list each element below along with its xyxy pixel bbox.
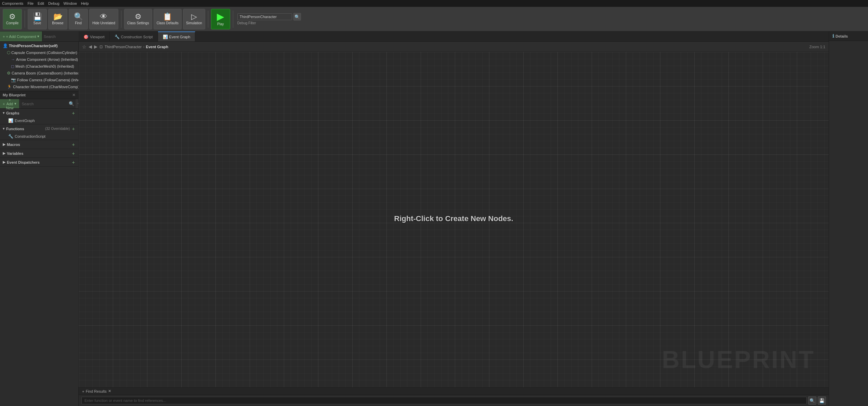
bp-section-variables: ▶ Variables + <box>0 149 78 158</box>
menu-debug[interactable]: Debug <box>48 1 59 5</box>
construction-script-label: ConstructionScript <box>15 134 45 138</box>
bp-section-graphs-header[interactable]: ▾ Graphs + <box>0 109 78 117</box>
add-component-label: + Add Component <box>6 35 36 39</box>
functions-add-button[interactable]: + <box>71 126 76 131</box>
tree-item-4-label: Follow Camera (FollowCamera) (Inherited) <box>17 78 78 82</box>
breadcrumb-separator: › <box>143 44 144 49</box>
play-button[interactable]: ▶ Play <box>211 9 230 29</box>
menu-edit[interactable]: Edit <box>38 1 44 5</box>
breadcrumb-current: Event Graph <box>146 45 168 49</box>
graph-canvas[interactable]: Right-Click to Create New Nodes. BLUEPRI… <box>79 52 829 387</box>
debug-filter-select[interactable]: ThirdPersonCharacter <box>237 13 292 20</box>
tree-item-0-label: Capsule Component (CollisionCylinder) (I… <box>11 51 78 55</box>
bp-section-event-dispatchers: ▶ Event Dispatchers + <box>0 158 78 167</box>
compile-button[interactable]: ⚙ Compile <box>3 9 22 29</box>
blueprint-search-input[interactable] <box>22 102 69 106</box>
macros-add-button[interactable]: + <box>71 142 76 147</box>
right-panel: ℹ Details <box>829 31 868 406</box>
tab-viewport[interactable]: 🎯 Viewport <box>79 31 110 41</box>
hide-unrelated-icon: 👁 <box>100 13 107 21</box>
find-results-dot: ● <box>82 389 84 393</box>
add-new-label: + Add New <box>6 98 13 110</box>
menu-file[interactable]: File <box>27 1 34 5</box>
tree-item-4[interactable]: 📷 Follow Camera (FollowCamera) (Inherite… <box>0 77 78 83</box>
play-label: Play <box>217 22 224 26</box>
browse-button[interactable]: 📂 Browse <box>48 9 67 29</box>
viewport-tab-icon: 🎯 <box>83 35 89 39</box>
toolbar-separator-4 <box>233 11 233 28</box>
add-new-chevron-icon: ▾ <box>14 102 16 106</box>
blueprint-toolbar: + + Add New ▾ 🔍 👁 ▾ <box>0 99 78 109</box>
debug-filter-area: ThirdPersonCharacter 🔍 Debug Filter <box>237 13 301 25</box>
my-blueprint-close-button[interactable]: ✕ <box>72 93 76 97</box>
add-component-chevron-icon: ▾ <box>37 34 39 39</box>
class-settings-button[interactable]: ⚙ Class Settings <box>124 9 152 29</box>
find-results-save-button[interactable]: 💾 <box>818 396 826 405</box>
graphs-add-button[interactable]: + <box>71 110 76 116</box>
add-new-plus-icon: + <box>3 102 5 106</box>
details-title: Details <box>836 34 848 38</box>
breadcrumb-blueprint[interactable]: ThirdPersonCharacter <box>105 45 142 49</box>
toolbar-separator-1 <box>25 11 25 28</box>
menu-help[interactable]: Help <box>81 1 89 5</box>
variables-add-button[interactable]: + <box>71 151 76 156</box>
class-settings-icon: ⚙ <box>135 13 142 21</box>
find-results-close-icon[interactable]: ✕ <box>108 389 111 393</box>
breadcrumb-forward-button[interactable]: ▶ <box>94 44 97 49</box>
add-component-button[interactable]: + + Add Component ▾ <box>0 31 42 41</box>
debug-filter-search-button[interactable]: 🔍 <box>293 13 301 21</box>
class-defaults-button[interactable]: 📋 Class Defaults <box>154 9 182 29</box>
breadcrumb-icon: ◻ <box>100 44 103 49</box>
event-graph-label: EventGraph <box>15 119 35 123</box>
compile-icon: ⚙ <box>9 13 16 21</box>
bp-item-construction-script[interactable]: 🔧 ConstructionScript <box>0 133 78 140</box>
macros-title: Macros <box>7 143 70 147</box>
find-results-search-button[interactable]: 🔍 <box>808 396 816 405</box>
breadcrumb-back-button[interactable]: ◀ <box>89 44 92 49</box>
save-button[interactable]: 💾 Save <box>28 9 47 29</box>
add-new-button[interactable]: + + Add New ▾ <box>0 99 19 108</box>
event-graph-tab-icon: 📊 <box>163 35 168 39</box>
find-results-input[interactable] <box>81 397 807 404</box>
components-section: + + Add Component ▾ 🔍 👤 ThirdPersonChara… <box>0 31 78 91</box>
bp-section-macros-header[interactable]: ▶ Macros + <box>0 140 78 149</box>
tab-event-graph[interactable]: 📊 Event Graph <box>158 31 196 41</box>
event-dispatchers-add-button[interactable]: + <box>71 160 76 165</box>
bp-section-event-dispatchers-header[interactable]: ▶ Event Dispatchers + <box>0 158 78 166</box>
tree-item-2[interactable]: ◻ Mesh (CharacterMesh0) (Inherited) <box>0 63 78 70</box>
bp-section-functions-header[interactable]: ▾ Functions (32 Overridable) + <box>0 124 78 133</box>
tree-item-root[interactable]: 👤 ThirdPersonCharacter(self) <box>0 42 78 49</box>
tab-bar: 🎯 Viewport 🔧 Construction Script 📊 Event… <box>79 31 829 42</box>
browse-icon: 📂 <box>53 13 63 21</box>
debug-filter-label: Debug Filter <box>237 21 256 25</box>
my-blueprint-section: My Blueprint ✕ + + Add New ▾ 🔍 👁 ▾ <box>0 91 78 406</box>
tree-item-1[interactable]: → Arrow Component (Arrow) (Inherited) <box>0 56 78 63</box>
menu-window[interactable]: Window <box>64 1 77 5</box>
tree-item-1-label: Arrow Component (Arrow) (Inherited) <box>16 57 78 62</box>
blueprint-search-icon[interactable]: 🔍 <box>69 101 74 106</box>
blueprint-watermark: BLUEPRINT <box>662 346 815 374</box>
graphs-title: Graphs <box>6 111 70 115</box>
simulation-button[interactable]: ▷ Simulation <box>183 9 205 29</box>
simulation-icon: ▷ <box>191 13 197 21</box>
tree-item-5[interactable]: 🏃 Character Movement (CharMoveComp) (Inh… <box>0 83 78 90</box>
viewport-tab-label: Viewport <box>90 35 105 39</box>
find-button[interactable]: 🔍 Find <box>69 9 88 29</box>
find-results-bar: ● Find Results ✕ 🔍 💾 <box>79 387 829 406</box>
hide-unrelated-label: Hide Unrelated <box>92 21 115 25</box>
find-results-tab[interactable]: ● Find Results ✕ <box>79 388 829 395</box>
graph-hint: Right-Click to Create New Nodes. <box>394 214 513 223</box>
blueprint-eye-button[interactable]: 👁 <box>76 101 78 106</box>
tree-item-0[interactable]: ⬡ Capsule Component (CollisionCylinder) … <box>0 49 78 56</box>
hide-unrelated-button[interactable]: 👁 Hide Unrelated <box>89 9 118 29</box>
functions-title: Functions <box>6 127 44 131</box>
components-toolbar: + + Add Component ▾ 🔍 <box>0 31 78 42</box>
tree-item-3-icon: ⚙ <box>7 71 11 76</box>
toolbar-separator-2 <box>121 11 121 28</box>
bp-item-event-graph[interactable]: 📊 EventGraph <box>0 117 78 124</box>
breadcrumb-star-button[interactable]: ☆ <box>82 44 87 50</box>
tree-item-3[interactable]: ⚙ Camera Boom (CameraBoom) (Inherited) <box>0 70 78 77</box>
tab-construction-script[interactable]: 🔧 Construction Script <box>110 31 158 41</box>
bp-section-variables-header[interactable]: ▶ Variables + <box>0 149 78 158</box>
menu-components[interactable]: Components <box>2 1 23 5</box>
